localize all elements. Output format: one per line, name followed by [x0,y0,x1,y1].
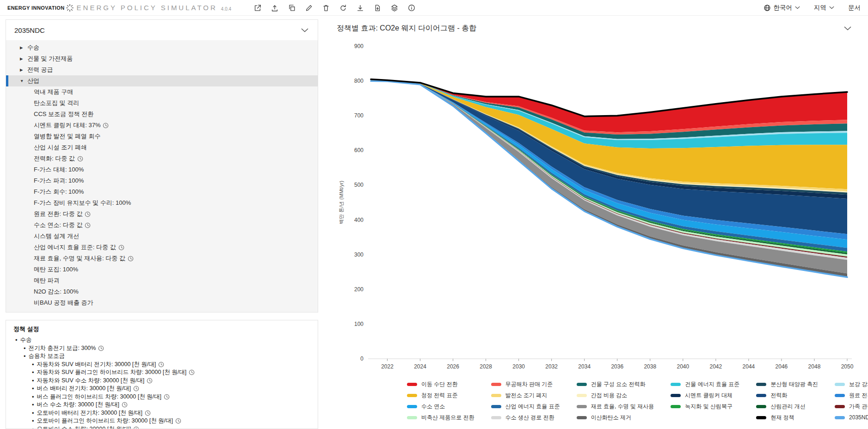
policy-settings-list: •수송•전기차 충전기 보급: 300%•승용차 보조금•자동차와 SUV 배터… [13,336,310,429]
scenario-panel: 2035NDC ▶수송▶건물 및 가전제품▶전력 공급▼산업역내 제품 구매탄소… [6,19,318,313]
legend-item[interactable]: 보강 강화 [835,379,868,389]
policy-setting-item[interactable]: •전기차 충전기 보급: 300% [13,344,310,353]
open-external-button[interactable] [252,3,263,13]
open-external-icon [253,4,262,12]
legend-item[interactable]: 무공해차 판매 기준 [491,379,560,389]
legend-item[interactable]: 이산화탄소 제거 [577,412,654,423]
svg-text:300: 300 [354,251,363,258]
tree-policy-row[interactable]: 열병합 발전 및 폐열 회수 [6,131,318,142]
svg-text:백만 톤/년 (MMt/yr): 백만 톤/년 (MMt/yr) [339,181,344,224]
legend-item[interactable]: 수소 연소 [407,401,474,411]
tree-policy-row[interactable]: F-가스 회수: 100% [6,186,318,197]
reset-button[interactable] [338,3,348,13]
legend-item[interactable]: 분산형 태양광 촉진 [756,379,818,389]
layers-button[interactable] [389,3,400,13]
legend-item[interactable]: 수소 생산 경로 전환 [491,412,560,423]
legend-item[interactable]: 이동 수단 전환 [407,379,474,389]
legend-label: 2035NDC [849,414,868,421]
policy-setting-item[interactable]: •버스 수소 차량: 30000 [천 원/대] [13,401,310,409]
export-file-button[interactable] [372,3,382,13]
legend-item[interactable]: 건물 에너지 효율 표준 [671,379,739,389]
edit-button[interactable] [304,3,314,13]
policy-setting-label: 버스 플러그인 하이브리드 차량: 30000 [천 원/대] [37,393,162,401]
tree-item-label: F-가스 회수: 100% [34,188,84,196]
tree-policy-row[interactable]: 탄소포집 및 격리 [6,98,318,109]
scenario-selector[interactable]: 2035NDC [6,20,318,40]
tree-policy-row[interactable]: 메탄 포집: 100% [6,264,318,275]
legend-item[interactable]: 청정 전력 표준 [407,390,474,400]
legend-item[interactable]: 산업 에너지 효율 표준 [491,401,560,411]
tree-item-label: F-가스 파괴: 100% [34,177,84,185]
tree-group-row[interactable]: ▶수송 [6,42,318,53]
clock-icon [103,123,109,129]
policy-setting-item[interactable]: •자동차와 SUV 배터리 전기차: 30000 [천 원/대] [13,361,310,369]
tree-policy-row[interactable]: 시멘트 클링커 대체: 37% [6,120,318,131]
legend-item[interactable]: 발전소 조기 폐지 [491,390,560,400]
policy-setting-item[interactable]: •자동차와 SUV 플러그인 하이브리드 차량: 30000 [천 원/대] [13,368,310,377]
clock-icon [128,256,134,262]
policy-setting-item[interactable]: •오토바이 배터리 전기차: 30000 [천 원/대] [13,409,310,417]
policy-setting-item[interactable]: •오토바이 수소 차량: 30000 [천 원/대] [13,425,310,429]
tree-policy-row[interactable]: 비BAU 공정 배출 증가 [6,297,318,308]
tree-policy-row[interactable]: N2O 감소: 100% [6,286,318,297]
legend-item[interactable]: 2035NDC [835,412,868,423]
legend-item[interactable]: 재료 효율, 수명 및 재사용 [577,401,654,411]
policy-setting-label: 전기차 충전기 보급: 300% [29,344,96,353]
tree-item-label: 역내 제품 구매 [34,88,73,96]
tree-group-row[interactable]: ▶건물 및 가전제품 [6,53,318,64]
tree-policy-row[interactable]: 메탄 파괴 [6,275,318,286]
legend-item[interactable]: 현재 정책 [756,412,818,423]
legend-item[interactable]: 가족 관련 조치 [835,401,868,411]
legend-item[interactable]: 비축산 제품으로 전환 [407,412,474,423]
tree-policy-row[interactable]: 산업 시설 조기 폐쇄 [6,142,318,153]
tree-policy-row[interactable]: F-가스 장비 유지보수 및 수리: 100% [6,197,318,208]
tree-policy-row[interactable]: 원료 전환: 다중 값 [6,208,318,220]
policy-setting-item[interactable]: •버스 배터리 전기차: 30000 [천 원/대] [13,385,310,393]
download-button[interactable] [355,3,365,13]
tree-item-label: 탄소포집 및 격리 [34,99,79,107]
region-menu[interactable]: 지역 [814,4,834,12]
tree-policy-row[interactable]: 산업 에너지 효율 표준: 다중 값 [6,242,318,253]
tree-policy-row[interactable]: 역내 제품 구매 [6,86,318,98]
left-column: 2035NDC ▶수송▶건물 및 가전제품▶전력 공급▼산업역내 제품 구매탄소… [6,19,318,429]
docs-menu[interactable]: 문서 [848,4,861,12]
tree-group-row[interactable]: ▼산업 [6,75,318,86]
chart-collapse-button[interactable] [844,26,851,31]
tree-group-row[interactable]: ▶전력 공급 [6,64,318,75]
tree-policy-row[interactable]: 재료 효율, 수명 및 재사용: 다중 값 [6,253,318,264]
delete-button[interactable] [321,3,331,13]
legend-item[interactable]: 간접 비용 감소 [577,390,654,400]
chevron-down-icon [844,26,851,31]
legend-item[interactable]: 원료 전환 [835,390,868,400]
language-menu[interactable]: 한국어 [763,4,800,12]
legend-swatch [407,416,417,419]
legend-item[interactable]: 녹지화 및 산림복구 [671,401,739,411]
legend-item[interactable]: 산림관리 개선 [756,401,818,411]
policy-setting-item[interactable]: •버스 플러그인 하이브리드 차량: 30000 [천 원/대] [13,393,310,401]
tree-item-label: 메탄 포집: 100% [34,265,78,274]
upload-button[interactable] [270,3,280,13]
copy-button[interactable] [287,3,297,13]
clock-icon [85,222,91,228]
tree-policy-row[interactable]: 시스템 설계 개선 [6,231,318,242]
info-button[interactable] [406,3,417,13]
tree-policy-row[interactable]: 수소 연소: 다중 값 [6,220,318,231]
tree-policy-row[interactable]: F-가스 파괴: 100% [6,175,318,186]
policy-setting-item[interactable]: •자동차와 SUV 수소 차량: 30000 [천 원/대] [13,377,310,385]
policy-setting-item[interactable]: •오토바이 플러그인 하이브리드 차량: 30000 [천 원/대] [13,417,310,425]
tree-item-label: 건물 및 가전제품 [27,55,73,63]
policy-setting-item[interactable]: •수송 [13,336,310,344]
tree-policy-row[interactable]: F-가스 대체: 100% [6,164,318,175]
policy-setting-label: 버스 수소 차량: 30000 [천 원/대] [37,401,120,409]
policy-setting-item[interactable]: •승용차 보조금 [13,352,310,361]
svg-text:2026: 2026 [447,363,459,370]
legend-swatch [671,394,681,397]
legend-item[interactable]: 전력화 [756,390,818,400]
tree-policy-row[interactable]: 전력화: 다중 값 [6,153,318,164]
svg-text:500: 500 [354,182,363,188]
tree-item-label: 산업 [27,77,39,85]
tree-policy-row[interactable]: CCS 보조금 정책 전환 [6,109,318,120]
legend-item[interactable]: 건물 구성 요소 전력화 [577,379,654,389]
wedge-diagram-chart[interactable]: 0100200300400500600700800900202220242026… [329,37,860,374]
legend-item[interactable]: 시멘트 클링커 대체 [671,390,739,400]
